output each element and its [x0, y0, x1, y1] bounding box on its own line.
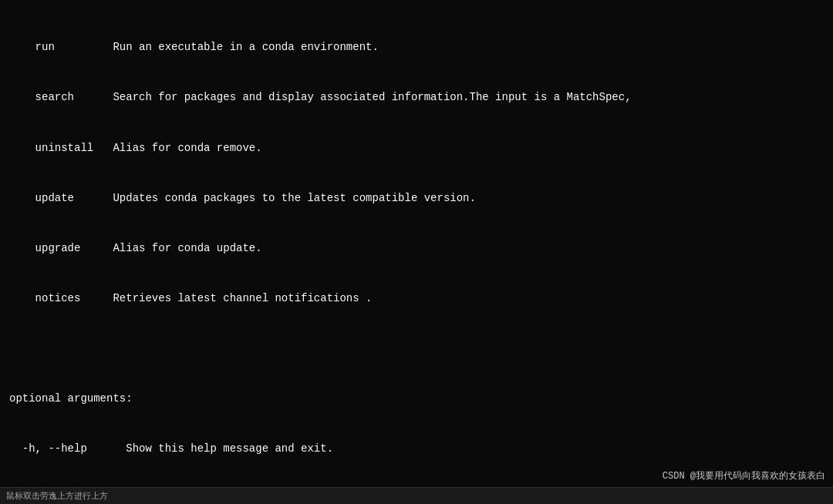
uninstall-line: uninstall Alias for conda remove. — [9, 140, 824, 157]
blank1 — [9, 341, 824, 358]
terminal-output: run Run an executable in a conda environ… — [9, 6, 824, 504]
upgrade-line: upgrade Alias for conda update. — [9, 240, 824, 257]
watermark: CSDN @我要用代码向我喜欢的女孩表白 — [663, 469, 825, 482]
optional-header: optional arguments: — [9, 391, 824, 408]
bottom-bar: 鼠标双击劳逸上方进行上方 — [0, 487, 833, 504]
update-line: update Updates conda packages to the lat… — [9, 190, 824, 207]
run-line: run Run an executable in a conda environ… — [9, 39, 824, 56]
help-line: -h, --help Show this help message and ex… — [9, 441, 824, 458]
search-line: search Search for packages and display a… — [9, 89, 824, 106]
notices-line: notices Retrieves latest channel notific… — [9, 291, 824, 307]
terminal-window: run Run an executable in a conda environ… — [0, 0, 833, 504]
